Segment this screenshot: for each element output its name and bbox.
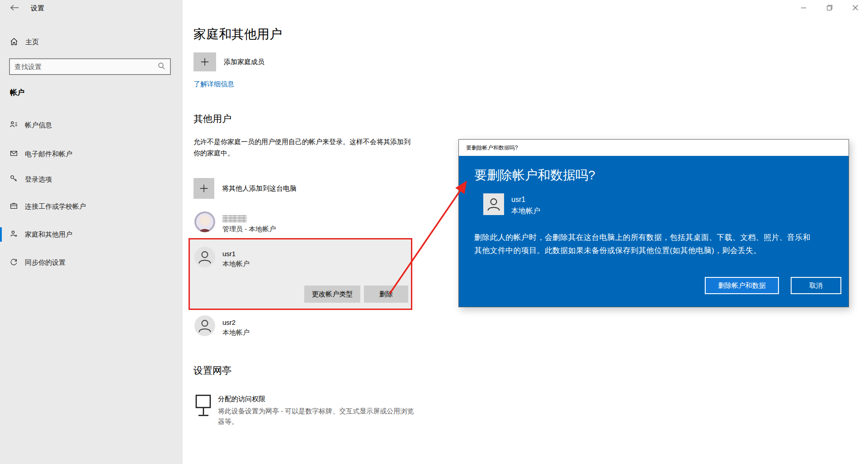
other-users-description: 允许不是你家庭一员的用户使用自己的帐户来登录。这样不会将其添加到你的家庭中。 — [193, 136, 416, 159]
sidebar-item-family-other-users[interactable]: 家庭和其他用户 — [0, 225, 183, 244]
sidebar-item-work-school[interactable]: 连接工作或学校帐户 — [0, 197, 183, 216]
sidebar-item-label: 同步你的设置 — [25, 258, 66, 267]
sidebar-item-label: 主页 — [25, 38, 39, 47]
search-box[interactable] — [9, 58, 171, 75]
dialog-user-row: usr1 本地帐户 — [483, 193, 540, 216]
user-subtitle: 本地帐户 — [222, 260, 250, 268]
sidebar-item-label: 电子邮件和帐户 — [25, 150, 72, 159]
minimize-icon — [801, 4, 806, 12]
dialog-user-subtitle: 本地帐户 — [511, 206, 540, 216]
sidebar-section-header: 帐户 — [10, 88, 24, 98]
user-row-usr1[interactable]: usr1 本地帐户 — [194, 247, 250, 268]
user-texts: usr2 本地帐户 — [222, 315, 250, 337]
avatar — [194, 315, 215, 336]
restore-button[interactable] — [816, 0, 842, 16]
other-users-heading: 其他用户 — [193, 112, 231, 125]
user-row-usr2[interactable]: usr2 本地帐户 — [194, 315, 250, 337]
plus-icon — [193, 52, 216, 71]
restore-icon — [827, 4, 832, 12]
delete-account-and-data-button[interactable]: 删除帐户和数据 — [705, 277, 779, 294]
avatar — [194, 211, 215, 232]
learn-more-link[interactable]: 了解详细信息 — [193, 80, 234, 89]
sidebar-item-label: 家庭和其他用户 — [25, 230, 72, 239]
sidebar-item-label: 登录选项 — [25, 175, 52, 184]
close-button[interactable] — [842, 0, 868, 16]
sidebar-item-label: 帐户信息 — [25, 121, 52, 130]
user-texts: 管理员 - 本地帐户 — [222, 211, 276, 234]
search-input[interactable] — [14, 63, 157, 70]
sidebar-item-email-accounts[interactable]: 电子邮件和帐户 — [0, 145, 183, 163]
sidebar-item-label: 连接工作或学校帐户 — [25, 202, 86, 211]
settings-window: { "colors": { "accent": "#0078d7", "link… — [0, 0, 868, 464]
home-icon — [10, 37, 18, 47]
dialog-body: 要删除帐户和数据吗? usr1 本地帐户 删除此人的帐户时，会删除其在这台电脑上… — [459, 156, 849, 307]
remove-account-button[interactable]: 删除 — [364, 286, 408, 303]
change-account-type-button[interactable]: 更改帐户类型 — [304, 286, 360, 303]
back-button[interactable] — [6, 3, 23, 14]
dialog-heading: 要删除帐户和数据吗? — [474, 167, 595, 184]
user-subtitle: 本地帐户 — [222, 328, 250, 337]
close-icon — [853, 4, 858, 12]
sidebar-item-home[interactable]: 主页 — [0, 33, 183, 51]
add-other-user-button[interactable]: 将其他人添加到这台电脑 — [193, 178, 297, 199]
user-name: usr2 — [222, 319, 250, 326]
sidebar-item-sign-in-options[interactable]: 登录选项 — [0, 170, 183, 188]
kiosk-icon — [195, 394, 212, 420]
family-icon — [10, 230, 18, 239]
sidebar-item-sync-settings[interactable]: 同步你的设置 — [0, 253, 183, 272]
assigned-access-description: 将此设备设置为网亭 - 可以是数字标牌、交互式显示屏或公用浏览器等。 — [218, 406, 420, 427]
dialog-user-name: usr1 — [511, 193, 540, 204]
add-other-user-label: 将其他人添加到这台电脑 — [222, 184, 297, 193]
back-arrow-icon — [10, 5, 19, 13]
minimize-button[interactable] — [791, 0, 816, 16]
search-icon[interactable] — [157, 62, 165, 72]
app-title: 设置 — [31, 4, 44, 13]
briefcase-icon — [10, 202, 18, 211]
user-subtitle: 管理员 - 本地帐户 — [222, 225, 276, 234]
kiosk-heading: 设置网亭 — [193, 364, 231, 377]
sidebar-item-account-info[interactable]: 帐户信息 — [0, 116, 183, 134]
add-family-member-button[interactable]: 添加家庭成员 — [193, 52, 264, 71]
dialog-user-texts: usr1 本地帐户 — [511, 193, 540, 216]
user-row-admin[interactable]: 管理员 - 本地帐户 — [194, 211, 276, 234]
avatar — [483, 193, 504, 215]
plus-icon — [193, 178, 214, 199]
user-name: usr1 — [222, 250, 250, 258]
assigned-access-link[interactable]: 分配的访问权限 — [218, 395, 265, 403]
user-texts: usr1 本地帐户 — [222, 247, 250, 268]
sync-icon — [10, 258, 18, 267]
email-icon — [10, 150, 18, 159]
add-family-member-label: 添加家庭成员 — [224, 58, 264, 66]
avatar — [194, 247, 215, 267]
dialog-titlebar: 要删除帐户和数据吗? — [459, 140, 849, 156]
dialog-warning-text: 删除此人的帐户时，会删除其在这台电脑上的所有数据，包括其桌面、下载、文档、照片、… — [474, 231, 818, 257]
redacted-user-name — [222, 215, 247, 223]
key-icon — [10, 175, 18, 184]
page-title: 家庭和其他用户 — [193, 26, 282, 43]
window-controls — [791, 0, 868, 16]
sidebar: 设置 主页 帐户 帐户信息 电子邮件和帐户 登录选项 连接工作或学校 — [0, 0, 183, 464]
account-info-icon — [10, 121, 18, 130]
cancel-button[interactable]: 取消 — [791, 277, 841, 294]
delete-account-dialog: 要删除帐户和数据吗? 要删除帐户和数据吗? usr1 本地帐户 删除此人的帐户时… — [458, 139, 849, 307]
